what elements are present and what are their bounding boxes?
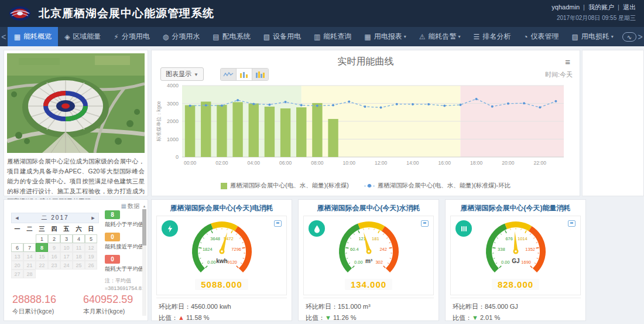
- calendar-day: [60, 270, 73, 278]
- calendar-legend-label: 能耗大于平均值: [105, 265, 142, 273]
- chart-display-dropdown[interactable]: 图表显示▼: [160, 67, 204, 81]
- nav-item-electric-report[interactable]: ▦用电报表▾: [358, 27, 412, 46]
- calendar-day: [85, 270, 97, 278]
- calendar-day[interactable]: 7: [23, 243, 36, 252]
- calendar-day[interactable]: 28: [23, 270, 36, 278]
- nav-item-region-energy[interactable]: ◈区域能量: [58, 27, 107, 46]
- calendar-day[interactable]: 9: [48, 243, 60, 252]
- svg-text:0.00: 0.00: [501, 260, 510, 265]
- calendar-day[interactable]: 22: [36, 261, 48, 270]
- today-total-value: 28888.16: [12, 294, 56, 306]
- svg-text:2000: 2000: [167, 118, 179, 124]
- username[interactable]: yqhadmin: [551, 4, 580, 11]
- chevron-down-icon: ▾: [611, 34, 614, 39]
- data-link[interactable]: ▦数据: [121, 202, 139, 210]
- gauge-footer: 环比昨日：4560.000 kwh比值：▲ 11.58 %: [156, 298, 287, 324]
- month-total: 640952.59 本月累计(kgce): [83, 294, 133, 316]
- nav-item-meter-management[interactable]: ◔仪表管理: [517, 27, 565, 46]
- my-account-link[interactable]: 我的账户: [588, 4, 614, 11]
- calendar-day[interactable]: 24: [60, 261, 73, 270]
- svg-text:06:00: 06:00: [279, 160, 292, 166]
- gauge-box: 0.0018243648547272969120kwh5088.000: [156, 216, 287, 295]
- calendar-day[interactable]: 27: [11, 270, 23, 278]
- gauge-detail-icon[interactable]: [274, 220, 282, 227]
- nav-scroll-right-icon[interactable]: >: [636, 27, 644, 46]
- svg-text:GJ: GJ: [512, 258, 519, 264]
- line-legend-swatch: [364, 183, 375, 189]
- nav-item-energy-query[interactable]: ▥能耗查询: [307, 27, 358, 46]
- calendar-day[interactable]: 10: [60, 243, 73, 252]
- average-note: 注：平均值=3813691754.81: [105, 277, 142, 292]
- calendar-day[interactable]: 2: [48, 234, 60, 243]
- gauge-detail-icon[interactable]: [568, 220, 576, 227]
- legend-line-series[interactable]: 雁栖湖国际会展中心(电、水、能量)(标准煤)-环比: [364, 182, 511, 190]
- nav-item-power-distribution[interactable]: ▤配电系统: [206, 27, 256, 46]
- calendar-day[interactable]: 18: [73, 252, 85, 261]
- report-doc-icon: ▦: [364, 33, 371, 41]
- svg-text:60.4: 60.4: [350, 247, 359, 252]
- svg-text:00:00: 00:00: [184, 160, 197, 166]
- today-total: 28888.16 今日累计(kgce): [12, 294, 56, 316]
- aerial-photo: [7, 53, 145, 153]
- bolt-icon: [162, 220, 178, 237]
- calendar-day[interactable]: 13: [11, 252, 23, 261]
- calendar-day[interactable]: 3: [60, 234, 73, 243]
- svg-text:181: 181: [372, 236, 379, 241]
- calendar-month-year: 二 2017: [22, 214, 88, 222]
- calendar-day[interactable]: 17: [60, 252, 73, 261]
- svg-text:14:00: 14:00: [406, 160, 419, 166]
- nav-item-sub-electricity[interactable]: ⚡分项用电: [107, 27, 156, 46]
- arrow-down-icon: ▼: [325, 314, 331, 321]
- user-info: yqhadmin | 我的账户 | 退出: [551, 3, 636, 12]
- scroll-up-icon[interactable]: ▲: [142, 204, 146, 209]
- svg-text:1824: 1824: [202, 247, 212, 252]
- energy-chart: 0100020003000400000:0002:0004:0006:0008:…: [154, 82, 578, 177]
- calendar-day[interactable]: 16: [48, 252, 60, 261]
- nav-scroll-left-icon[interactable]: <: [0, 27, 8, 46]
- nav-item-sub-water[interactable]: ◍分项用水: [156, 27, 206, 46]
- scrollbar-thumb[interactable]: [142, 209, 146, 245]
- empty-side-panel: [582, 50, 644, 196]
- calendar-day[interactable]: 5: [85, 234, 97, 243]
- electric-gauge-panel: 雁栖湖国际会展中心(今天)电消耗0.0018243648547272969120…: [151, 199, 292, 321]
- calendar-day[interactable]: 14: [23, 252, 36, 261]
- nav-item-electric-loss[interactable]: ▨用电损耗▾: [565, 27, 619, 46]
- calendar-day[interactable]: 1: [36, 234, 48, 243]
- nav-item-device-power[interactable]: ▧设备用电: [257, 27, 307, 46]
- calendar-day[interactable]: 11: [73, 243, 85, 252]
- calendar-day[interactable]: 25: [73, 261, 85, 270]
- curve-tool-icon[interactable]: ∿: [622, 32, 636, 42]
- svg-text:1352: 1352: [525, 247, 535, 252]
- calendar-day[interactable]: 8: [36, 243, 48, 252]
- chart-menu-icon[interactable]: ≡: [565, 57, 570, 66]
- calendar-day[interactable]: 21: [23, 261, 36, 270]
- logout-link[interactable]: 退出: [623, 4, 636, 11]
- nav-item-ranking-analysis[interactable]: ☰排名分析: [467, 27, 517, 46]
- chart-type-line-button[interactable]: [221, 69, 237, 80]
- calendar-day[interactable]: 15: [36, 252, 48, 261]
- svg-text:302: 302: [375, 260, 383, 265]
- gauge-box: 0.00338676101413521690GJ828.000: [450, 216, 581, 295]
- calendar-next-icon[interactable]: ►: [88, 215, 98, 221]
- calendar-day[interactable]: 6: [11, 243, 23, 252]
- calendar-day[interactable]: 19: [85, 252, 97, 261]
- calendar-day[interactable]: 20: [11, 261, 23, 270]
- calendar-day[interactable]: 4: [73, 234, 85, 243]
- legend-bar-series[interactable]: 雁栖湖国际会展中心(电、水、能量)(标准煤): [221, 182, 349, 190]
- nav-item-energy-alarm[interactable]: ⚠能耗告警▾: [413, 27, 467, 46]
- chart-type-stack-button[interactable]: [252, 69, 268, 80]
- weekday-label: 三: [36, 223, 48, 234]
- overview-grid-icon: ▦: [14, 33, 20, 41]
- panel-scrollbar[interactable]: [142, 209, 146, 316]
- calendar-day[interactable]: 26: [85, 261, 97, 270]
- calendar-day[interactable]: 12: [85, 243, 97, 252]
- chart-type-toggle: [220, 68, 269, 81]
- weekday-label: 日: [85, 223, 97, 234]
- calendar-prev-icon[interactable]: ◄: [12, 215, 22, 221]
- nav-item-energy-overview[interactable]: ▦能耗概览: [8, 27, 58, 46]
- chart-type-bar-button[interactable]: [237, 69, 252, 80]
- realtime-energy-panel: 实时用能曲线 图表显示▼ ≡ 时间:今天 0100020003000400000…: [151, 50, 580, 196]
- calendar-day[interactable]: 23: [48, 261, 60, 270]
- monitor-icon: ▤: [213, 33, 219, 41]
- gauge-detail-icon[interactable]: [421, 220, 429, 227]
